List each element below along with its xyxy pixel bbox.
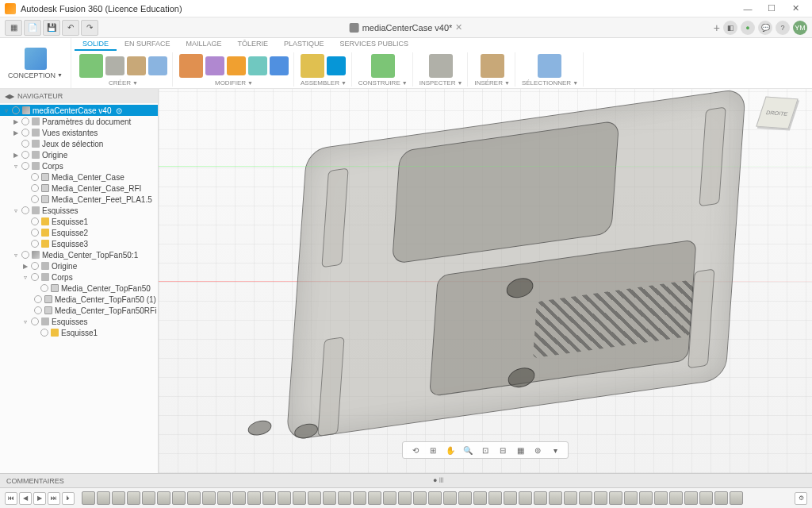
timeline-feature[interactable] <box>112 491 125 505</box>
notifications-button[interactable]: 💬 <box>758 21 772 35</box>
visibility-toggle-icon[interactable] <box>21 117 29 125</box>
group-dropdown-icon[interactable]: ▼ <box>457 80 462 86</box>
group-label[interactable]: MODIFIER <box>215 79 246 87</box>
timeline-feature[interactable] <box>443 491 457 505</box>
tree-node[interactable]: Esquisse2 <box>0 227 158 238</box>
tool-icon[interactable] <box>79 54 103 78</box>
tool-icon[interactable] <box>371 54 395 78</box>
expand-toggle-icon[interactable]: ▿ <box>13 252 19 259</box>
undo-button[interactable]: ↶ <box>62 20 79 36</box>
group-label[interactable]: ASSEMBLER <box>301 79 339 87</box>
tree-node[interactable]: Media_Center_Case <box>0 171 158 183</box>
visibility-toggle-icon[interactable] <box>40 329 48 337</box>
visibility-toggle-icon[interactable] <box>21 206 29 214</box>
nav-tool-button[interactable]: ▾ <box>549 444 561 456</box>
timeline-feature[interactable] <box>488 491 502 505</box>
tree-node[interactable]: ▿Media_Center_TopFan50:1 <box>0 249 158 260</box>
tool-icon[interactable] <box>538 54 561 78</box>
ribbon-tab-plastique[interactable]: PLASTIQUE <box>276 38 332 51</box>
data-panel-button[interactable]: ▦ <box>5 20 22 36</box>
timeline-feature[interactable] <box>564 491 577 505</box>
timeline-feature[interactable] <box>473 491 487 505</box>
timeline-feature[interactable] <box>338 491 351 505</box>
group-dropdown-icon[interactable]: ▼ <box>504 80 510 86</box>
nav-tool-button[interactable]: ✋ <box>444 444 457 456</box>
timeline-feature[interactable] <box>458 491 472 505</box>
nav-tool-button[interactable]: ⊟ <box>496 444 509 456</box>
window-minimize-button[interactable]: — <box>736 1 760 17</box>
timeline-feature[interactable] <box>684 491 698 505</box>
tree-node[interactable]: ▶Origine <box>0 260 158 271</box>
timeline-feature[interactable] <box>383 491 396 505</box>
expand-toggle-icon[interactable]: ▿ <box>13 207 19 214</box>
tree-node[interactable]: ▿Esquisses <box>0 316 158 327</box>
active-document-tab[interactable]: mediaCenterCase v40* ✕ <box>350 22 463 33</box>
timeline-feature[interactable] <box>157 491 170 505</box>
timeline-feature[interactable] <box>519 491 532 505</box>
visibility-toggle-icon[interactable] <box>31 240 39 248</box>
ribbon-tab-maillage[interactable]: MAILLAGE <box>178 38 230 51</box>
expand-toggle-icon[interactable]: ▿ <box>13 163 19 170</box>
tool-icon[interactable] <box>179 54 203 78</box>
visibility-toggle-icon[interactable] <box>21 151 29 159</box>
tree-node[interactable]: Media_Center_TopFan50RFi <box>0 305 158 316</box>
tree-node[interactable]: ▶Vues existantes <box>0 127 158 138</box>
tree-node[interactable]: Esquisse1 <box>0 327 158 338</box>
timeline-feature[interactable] <box>368 491 381 505</box>
ribbon-tab-solide[interactable]: SOLIDE <box>75 38 117 51</box>
expand-toggle-icon[interactable]: ▿ <box>22 318 29 325</box>
tree-node[interactable]: ▿Esquisses <box>0 205 158 216</box>
tool-icon[interactable] <box>105 56 124 75</box>
group-dropdown-icon[interactable]: ▼ <box>341 80 347 86</box>
nav-tool-button[interactable]: ⊚ <box>531 444 544 456</box>
timeline-feature[interactable] <box>232 491 246 505</box>
timeline-control-button[interactable]: ⏮ <box>5 492 17 505</box>
tree-node[interactable]: ▿Corps <box>0 271 158 283</box>
visibility-toggle-icon[interactable] <box>12 106 20 114</box>
nav-tool-button[interactable]: ⟲ <box>409 444 422 456</box>
timeline-feature[interactable] <box>82 491 95 505</box>
group-dropdown-icon[interactable]: ▼ <box>402 80 408 86</box>
visibility-toggle-icon[interactable] <box>31 273 39 281</box>
tree-node[interactable]: Esquisse1 <box>0 216 158 227</box>
timeline-control-button[interactable]: ⏭ <box>48 492 60 505</box>
ribbon-tab-en surface[interactable]: EN SURFACE <box>117 38 178 51</box>
redo-button[interactable]: ↷ <box>81 20 98 36</box>
timeline-feature[interactable] <box>669 491 683 505</box>
tool-icon[interactable] <box>248 56 267 75</box>
view-cube[interactable]: DROITE <box>761 97 801 137</box>
tree-node[interactable]: Jeux de sélection <box>0 138 158 149</box>
timeline-feature[interactable] <box>323 491 336 505</box>
tool-icon[interactable] <box>429 54 453 78</box>
comments-bar[interactable]: COMMENTAIRES ● ꔖ <box>0 473 812 487</box>
visibility-toggle-icon[interactable] <box>31 217 39 225</box>
viewport-canvas[interactable]: DROITE ⟲⊞✋🔍⊡⊟▦⊚▾ <box>159 89 812 473</box>
tool-icon[interactable] <box>301 54 324 78</box>
timeline-feature[interactable] <box>428 491 442 505</box>
tree-node[interactable]: Media_Center_TopFan50 (1) <box>0 294 158 305</box>
timeline-feature[interactable] <box>127 491 140 505</box>
timeline-feature[interactable] <box>624 491 638 505</box>
save-button[interactable]: 💾 <box>43 20 60 36</box>
new-tab-button[interactable]: + <box>714 21 720 34</box>
timeline-feature[interactable] <box>353 491 366 505</box>
timeline-feature[interactable] <box>413 491 427 505</box>
group-label[interactable]: CONSTRUIRE <box>358 79 400 87</box>
timeline-feature[interactable] <box>534 491 547 505</box>
tree-root-node[interactable]: ▿ mediaCenterCase v40 ⊙ <box>0 105 158 116</box>
file-menu-button[interactable]: 📄 <box>24 20 41 36</box>
timeline-feature[interactable] <box>549 491 562 505</box>
timeline-feature[interactable] <box>654 491 668 505</box>
tree-node[interactable]: Media_Center_TopFan50 <box>0 283 158 294</box>
timeline-features[interactable] <box>82 491 792 505</box>
timeline-settings-button[interactable]: ⚙ <box>795 492 807 505</box>
timeline-feature[interactable] <box>699 491 713 505</box>
visibility-toggle-icon[interactable] <box>21 140 29 148</box>
nav-tool-button[interactable]: ⊞ <box>427 444 439 456</box>
tree-node[interactable]: ▶Origine <box>0 149 158 160</box>
tree-node[interactable]: ▶Paramètres du document <box>0 116 158 127</box>
expand-toggle-icon[interactable]: ▿ <box>22 274 29 281</box>
tree-node[interactable]: Esquisse3 <box>0 238 158 249</box>
ribbon-tab-services publics[interactable]: SERVICES PUBLICS <box>332 38 416 51</box>
expand-toggle-icon[interactable]: ▶ <box>13 152 19 159</box>
